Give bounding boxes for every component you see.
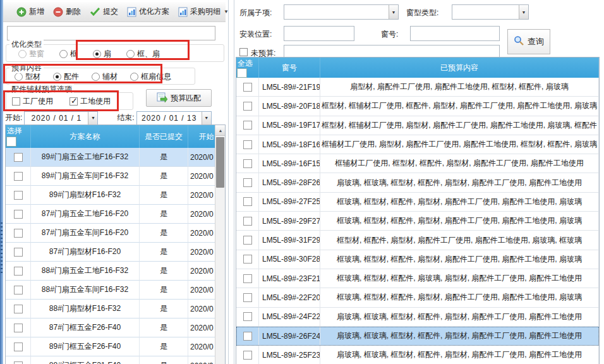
table-row[interactable]: 89#门扇五金车间F16-F32 是 2020/0 bbox=[6, 167, 225, 186]
submit-button[interactable]: 提交 bbox=[87, 4, 121, 19]
row-checkbox[interactable] bbox=[14, 191, 23, 200]
select-all-windows-checkbox[interactable] bbox=[238, 69, 246, 77]
date-start-picker[interactable]: 2020 / 01 / 1 ▼ bbox=[24, 111, 98, 125]
row-checkbox[interactable] bbox=[14, 361, 23, 364]
optimize-plan-button[interactable]: 优化方案 bbox=[124, 4, 172, 19]
table-row[interactable]: LM5L-89#-24F22 扇玻璃, 框玻璃, 框型材, 框配件, 扇型材, … bbox=[236, 308, 599, 327]
row-checkbox[interactable] bbox=[14, 267, 23, 276]
radio-icon[interactable] bbox=[15, 73, 23, 81]
row-checkbox[interactable] bbox=[243, 159, 252, 168]
row-checkbox[interactable] bbox=[243, 351, 252, 360]
row-checkbox[interactable] bbox=[14, 324, 23, 332]
radio-option[interactable]: 框、扇 bbox=[126, 49, 160, 59]
query-button[interactable]: 查询 bbox=[507, 29, 550, 54]
table-row[interactable]: 88#门框五金F21-F40 是 2020/0 bbox=[6, 356, 225, 364]
row-checkbox[interactable] bbox=[243, 121, 252, 130]
row-checkbox[interactable] bbox=[243, 217, 252, 226]
checkbox-icon[interactable] bbox=[12, 97, 20, 106]
row-checkbox[interactable] bbox=[14, 248, 23, 257]
table-row[interactable]: LM5L-89#-21F19 扇型材, 扇配件工厂使用, 扇配件工地使用, 框型… bbox=[236, 78, 599, 97]
row-checkbox[interactable] bbox=[14, 229, 23, 238]
table-row[interactable]: 87#门扇型材F16-F20 是 2020/0 bbox=[6, 243, 225, 262]
caret-down-icon[interactable]: ▼ bbox=[389, 5, 398, 19]
table-row[interactable]: 89#门框五金F26-F40 是 2020/0 bbox=[6, 337, 225, 356]
radio-icon[interactable] bbox=[18, 50, 27, 58]
row-checkbox[interactable] bbox=[243, 293, 252, 302]
plan-search-input[interactable] bbox=[7, 26, 215, 40]
row-checkbox[interactable] bbox=[243, 236, 252, 245]
radio-icon[interactable] bbox=[53, 73, 61, 81]
checkbox-option[interactable]: 工厂使用 bbox=[12, 96, 53, 107]
purchase-detail-button[interactable]: 采购明细 ▼ bbox=[175, 4, 232, 19]
radio-option[interactable]: 配件 bbox=[53, 71, 79, 82]
row-checkbox[interactable] bbox=[243, 274, 252, 283]
row-checkbox[interactable] bbox=[243, 255, 252, 264]
scroll-up-icon[interactable]: ▲ bbox=[215, 125, 226, 136]
sub-item-select[interactable]: ▼ bbox=[284, 4, 399, 20]
table-row[interactable]: LM5L-89#-25F23 扇玻璃, 框玻璃, 框型材, 框配件, 扇型材, … bbox=[236, 346, 599, 364]
caret-down-icon[interactable]: ▼ bbox=[224, 9, 229, 15]
checkbox-icon[interactable] bbox=[69, 97, 78, 106]
table-row[interactable]: LM5L-89#-23F21 框玻璃, 框型材, 框配件, 扇玻璃, 扇型材, … bbox=[236, 269, 599, 288]
table-row[interactable]: LM5L-89#-18F16 框辅材工厂使用, 扇型材, 扇配件工厂使用, 扇配… bbox=[236, 135, 599, 154]
caret-down-icon[interactable]: ▼ bbox=[519, 5, 528, 19]
radio-option[interactable]: 框扇信息 bbox=[130, 71, 171, 82]
radio-icon[interactable] bbox=[59, 50, 68, 58]
table-row[interactable]: LM5L-89#-16F15 框辅材工厂使用, 框型材, 框配件, 扇型材, 扇… bbox=[236, 154, 599, 173]
row-checkbox[interactable] bbox=[14, 172, 23, 181]
splitter-grip[interactable] bbox=[1, 222, 3, 273]
header-window-no[interactable]: 窗号 bbox=[259, 58, 320, 78]
no-budget-checkbox[interactable] bbox=[239, 48, 248, 56]
budget-match-button[interactable]: 预算匹配 bbox=[146, 89, 212, 107]
table-row[interactable]: 87#门扇五金车间F16-F20 是 2020/0 bbox=[6, 224, 225, 243]
caret-down-icon[interactable]: ▼ bbox=[88, 112, 97, 124]
table-row[interactable]: LM5L-89#-19F17 框型材, 框辅材工厂使用, 扇型材, 扇配件工厂使… bbox=[236, 116, 599, 135]
radio-option[interactable]: 框 bbox=[59, 49, 78, 59]
table-row[interactable]: LM5L-89#-26F24 扇玻璃, 框玻璃, 框型材, 框配件, 扇型材, … bbox=[236, 327, 599, 346]
header-plan-name[interactable]: 方案名称 bbox=[31, 125, 140, 148]
radio-icon[interactable] bbox=[92, 73, 100, 81]
radio-icon[interactable] bbox=[130, 73, 138, 81]
radio-option[interactable]: 扇 bbox=[93, 49, 111, 59]
row-checkbox[interactable] bbox=[14, 153, 23, 162]
table-row[interactable]: 87#门扇五金工地F16-F20 是 2020/0 bbox=[6, 205, 225, 224]
table-row[interactable]: LM5L-89#-30F28 框玻璃, 框型材, 框配件, 扇型材, 扇配件工厂… bbox=[236, 250, 599, 269]
row-checkbox[interactable] bbox=[14, 210, 23, 219]
table-row[interactable]: LM5L-89#-27F25 框玻璃, 框型材, 框配件, 扇型材, 扇配件工厂… bbox=[236, 193, 599, 212]
scrollbar[interactable]: ▲ bbox=[215, 125, 225, 364]
radio-option[interactable]: 整窗 bbox=[18, 49, 44, 59]
table-row[interactable]: LM5L-89#-20F18 框型材, 框辅材工厂使用, 框配件, 扇型材, 扇… bbox=[236, 97, 599, 116]
table-row[interactable]: 89#门扇型材F16-F32 是 2020/0 bbox=[6, 186, 225, 205]
row-checkbox[interactable] bbox=[14, 343, 23, 351]
table-row[interactable]: LM5L-89#-28F26 扇玻璃, 框玻璃, 框型材, 框配件, 扇型材, … bbox=[236, 173, 599, 192]
row-checkbox[interactable] bbox=[243, 332, 252, 341]
checkbox-option[interactable]: 工地使用 bbox=[69, 96, 111, 107]
date-end-picker[interactable]: 2020 / 01 / 13 ▼ bbox=[136, 111, 212, 125]
add-button[interactable]: 新增 bbox=[13, 4, 47, 19]
scrollbar-thumb[interactable] bbox=[216, 137, 224, 188]
row-checkbox[interactable] bbox=[243, 178, 252, 187]
row-checkbox[interactable] bbox=[243, 102, 252, 111]
header-submitted[interactable]: 是否已提交 bbox=[140, 125, 188, 148]
select-all-plans-checkbox[interactable] bbox=[7, 137, 16, 146]
radio-option[interactable]: 辅材 bbox=[92, 71, 118, 82]
row-checkbox[interactable] bbox=[14, 286, 23, 294]
table-row[interactable]: LM5L-89#-31F29 框型材, 框配件, 扇型材, 扇配件工厂使用, 扇… bbox=[236, 231, 599, 250]
table-row[interactable]: 89#门扇五金工地F16-F32 是 2020/0 bbox=[6, 148, 225, 167]
row-checkbox[interactable] bbox=[243, 197, 252, 206]
table-row[interactable]: 88#门扇五金工地F16-F32 是 2020/0 bbox=[6, 262, 225, 281]
table-row[interactable]: 87#门框五金F26-F40 是 2020/0 bbox=[6, 318, 225, 337]
header-budgeted-content[interactable]: 已预算内容 bbox=[320, 58, 599, 78]
radio-icon[interactable] bbox=[93, 50, 101, 58]
caret-down-icon[interactable]: ▼ bbox=[202, 112, 211, 124]
table-row[interactable]: 88#门扇型材F16-F32 是 2020/0 bbox=[6, 300, 225, 318]
row-checkbox[interactable] bbox=[243, 312, 252, 321]
row-checkbox[interactable] bbox=[243, 140, 252, 149]
radio-icon[interactable] bbox=[126, 50, 135, 58]
row-checkbox[interactable] bbox=[243, 83, 252, 92]
table-row[interactable]: LM5L-89#-22F20 框玻璃, 框型材, 框配件, 扇型材, 扇配件工厂… bbox=[236, 288, 599, 307]
table-row[interactable]: LM5L-89#-29F27 框玻璃, 框型材, 框配件, 扇型材, 扇配件工厂… bbox=[236, 212, 599, 231]
install-pos-input[interactable] bbox=[284, 26, 354, 41]
table-row[interactable]: 88#门扇五金车间F16-F32 是 2020/0 bbox=[6, 281, 225, 300]
delete-button[interactable]: 删除 bbox=[50, 4, 84, 19]
